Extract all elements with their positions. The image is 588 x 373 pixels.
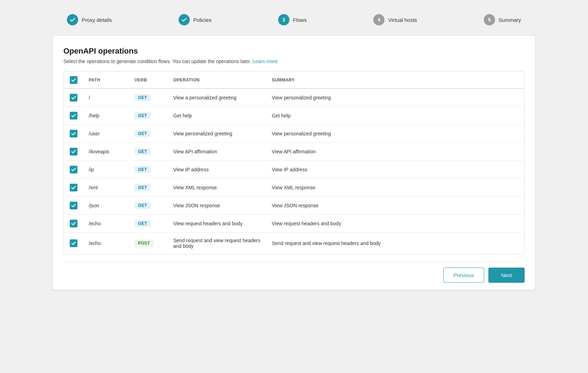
row-path: /xml [83,179,129,197]
verb-badge-get: GET [135,202,151,209]
row-operation: View request headers and body [168,215,266,233]
row-operation: View personalized greeting [168,125,266,143]
next-button[interactable]: Next [488,268,525,283]
table-row: /echoGETView request headers and bodyVie… [64,215,524,233]
row-path: /help [83,107,129,125]
row-summary: View request headers and body [266,215,524,233]
table-header-row: PATH VERB OPERATION SUMMARY [64,72,524,89]
row-summary: Send request and view request headers an… [266,233,524,254]
card-title: OpenAPI operations [63,47,525,56]
row-path: /echo [83,215,129,233]
main-card: OpenAPI operations Select the operations… [53,36,535,290]
row-verb: GET [129,88,168,107]
row-checkbox-2[interactable] [70,130,77,137]
row-path: /json [83,197,129,215]
row-path: /iloveapis [83,143,129,161]
step-label-flows: Flows [293,17,307,23]
verb-badge-get: GET [135,112,151,119]
table-body: /GETView a personalized greetingView per… [64,88,524,254]
row-verb: GET [129,215,168,233]
verb-badge-get: GET [135,148,151,155]
verb-badge-get: GET [135,130,151,137]
verb-badge-get: GET [135,220,151,227]
col-header-summary: SUMMARY [266,72,524,89]
step-virtual-hosts[interactable]: 4 Virtual hosts [373,14,417,25]
row-operation: View a personalized greeting [168,88,266,107]
row-summary: View personalized greeting [266,125,524,143]
verb-badge-get: GET [135,184,151,191]
table-row: /echoPOSTSend request and view request h… [64,233,524,254]
verb-badge-get: GET [135,94,151,101]
select-all-checkbox[interactable] [70,76,77,84]
row-checkbox-cell [64,179,83,197]
col-header-path: PATH [83,72,129,89]
step-circle-policies [179,14,190,25]
card-footer: Previous Next [63,262,525,283]
row-checkbox-0[interactable] [70,94,77,102]
row-operation: View IP address [168,161,266,179]
row-operation: View XML response [168,179,266,197]
col-header-operation: OPERATION [168,72,266,89]
row-operation: Send request and view request headers an… [168,233,266,254]
row-path: /ip [83,161,129,179]
row-path: / [83,88,129,107]
step-circle-virtual-hosts: 4 [373,14,384,25]
row-operation: Get help [168,107,266,125]
row-summary: View personalized greeting [266,88,524,107]
table-row: /userGETView personalized greetingView p… [64,125,524,143]
row-verb: GET [129,143,168,161]
verb-badge-post: POST [135,240,154,247]
row-summary: View XML response [266,179,524,197]
row-summary: View API affirmation [266,143,524,161]
row-checkbox-4[interactable] [70,166,77,173]
step-label-proxy-details: Proxy details [82,17,112,23]
step-label-virtual-hosts: Virtual hosts [388,17,417,23]
row-verb: GET [129,107,168,125]
row-checkbox-6[interactable] [70,202,77,209]
step-proxy-details[interactable]: Proxy details [67,14,112,25]
table-row: /helpGETGet helpGet help [64,107,524,125]
row-verb: POST [129,233,168,254]
row-summary: View IP address [266,161,524,179]
col-header-checkbox [64,72,83,89]
row-checkbox-cell [64,143,83,161]
row-operation: View JSON response [168,197,266,215]
row-verb: GET [129,179,168,197]
col-header-verb: VERB [129,72,168,89]
table-row: /jsonGETView JSON responseView JSON resp… [64,197,524,215]
row-checkbox-7[interactable] [70,220,77,227]
table-row: /xmlGETView XML responseView XML respons… [64,179,524,197]
step-label-policies: Policies [193,17,212,23]
row-checkbox-cell [64,125,83,143]
step-circle-proxy-details [67,14,78,25]
table-row: /GETView a personalized greetingView per… [64,88,524,107]
row-checkbox-cell [64,197,83,215]
row-checkbox-cell [64,107,83,125]
row-summary: View JSON response [266,197,524,215]
row-checkbox-1[interactable] [70,112,77,120]
table-row: /ipGETView IP addressView IP address [64,161,524,179]
table-row: /iloveapisGETView API affirmationView AP… [64,143,524,161]
row-checkbox-cell [64,233,83,254]
row-checkbox-5[interactable] [70,184,77,191]
row-checkbox-3[interactable] [70,148,77,155]
row-path: /user [83,125,129,143]
step-summary[interactable]: 5 Summary [484,14,521,25]
previous-button[interactable]: Previous [443,268,484,283]
step-circle-summary: 5 [484,14,495,25]
table-wrapper: PATH VERB OPERATION SUMMARY /GETView a p… [63,71,525,255]
row-checkbox-8[interactable] [70,239,77,247]
learn-more-link[interactable]: Learn more [252,59,278,64]
row-checkbox-cell [64,88,83,107]
operations-table: PATH VERB OPERATION SUMMARY /GETView a p… [64,72,524,254]
step-policies[interactable]: Policies [179,14,212,25]
row-checkbox-cell [64,161,83,179]
step-circle-flows: 3 [278,14,289,25]
row-path: /echo [83,233,129,254]
row-checkbox-cell [64,215,83,233]
stepper: Proxy details Policies 3 Flows 4 Virtual… [53,7,535,32]
row-verb: GET [129,125,168,143]
card-description: Select the operations to generate condit… [63,59,525,64]
row-operation: View API affirmation [168,143,266,161]
step-flows[interactable]: 3 Flows [278,14,307,25]
